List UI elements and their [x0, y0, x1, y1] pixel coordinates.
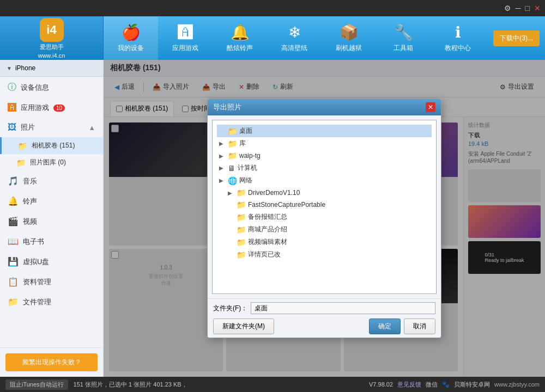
tree-label-network: 网络	[239, 176, 252, 185]
status-right: V7.98.02 意见反馈 微信 🐾 贝斯特安卓网 www.zjbstyy.co…	[369, 381, 540, 389]
tree-label-desktop: 桌面	[239, 126, 252, 136]
sidebar-item-label-device-info: 设备信息	[21, 83, 49, 93]
itunes-btn[interactable]: 阻止iTunes自动运行	[5, 379, 68, 390]
video-icon: 🎬	[8, 216, 19, 226]
status-bar: 阻止iTunes自动运行 151 张照片，已选中 1 张照片 401.23 KB…	[0, 377, 545, 392]
tree-item-video-edit[interactable]: 📁 视频编辑素材	[217, 236, 432, 248]
tree-computer-icon: 🖥	[228, 164, 235, 173]
sidebar-item-music[interactable]: 🎵 音乐	[0, 171, 103, 191]
tree-item-desktop[interactable]: 📁 桌面	[217, 125, 432, 137]
brand-url: www.zjbstyy.com	[494, 381, 540, 388]
sidebar-item-photos[interactable]: 🖼 照片 ▲	[0, 118, 103, 137]
nav-item-tools[interactable]: 🔧 工具箱	[376, 16, 431, 60]
brand-label: 贝斯特安卓网	[454, 381, 490, 389]
tree-arrow-driverdemo: ▶	[228, 190, 234, 196]
sidebar-item-label-photos: 照片	[21, 122, 35, 132]
sidebar-item-video[interactable]: 🎬 视频	[0, 211, 103, 231]
feedback-link[interactable]: 意见反馈	[397, 381, 421, 389]
sidebar-item-apps[interactable]: 🅰 应用游戏 10	[0, 98, 103, 118]
logo-icon: i4	[40, 18, 64, 42]
nav-label-ringtones: 酷炫铃声	[227, 44, 253, 53]
sidebar-sub-camera-roll[interactable]: 📁 相机胶卷 (151)	[0, 137, 103, 154]
nav-item-ringtones[interactable]: 🔔 酷炫铃声	[213, 16, 267, 60]
music-icon: 🎵	[8, 176, 19, 186]
sidebar-device[interactable]: ▼ iPhone	[0, 60, 103, 77]
sidebar-item-device-info[interactable]: ⓘ 设备信息	[0, 77, 103, 98]
dialog-overlay: 导出照片 ✕ 📁 桌面 ▶ 📁 库 ▶	[104, 60, 545, 377]
apps-badge: 10	[53, 105, 65, 112]
sidebar-item-label-file-mgr: 文件管理	[23, 297, 51, 307]
new-folder-button[interactable]: 新建文件夹(M)	[213, 318, 274, 334]
sidebar: ▼ iPhone ⓘ 设备信息 🅰 应用游戏 10 🖼 照片 ▲ 📁 相机胶卷 …	[0, 60, 104, 377]
tree-arrow-network: ▶	[219, 177, 226, 183]
tree-folder-icon-faststone: 📁	[237, 200, 246, 209]
tree-item-faststone[interactable]: 📁 FastStoneCapturePortable	[217, 199, 432, 211]
nav-item-my-device[interactable]: 🍎 我的设备	[104, 16, 158, 60]
status-left: 阻止iTunes自动运行	[5, 379, 68, 390]
tree-item-detail[interactable]: 📁 详情页已改	[217, 248, 432, 261]
dialog-footer: 文件夹(F)： 新建文件夹(M) 确定 取消	[208, 298, 441, 338]
close-icon[interactable]: ✕	[534, 4, 541, 13]
download-button[interactable]: 下载中(3)...	[493, 30, 540, 46]
sidebar-item-label-ebook: 电子书	[23, 237, 44, 247]
dialog-title-bar: 导出照片 ✕	[208, 99, 441, 115]
device-info-icon: ⓘ	[8, 82, 16, 93]
sidebar-sub-photo-library[interactable]: 📁 照片图库 (0)	[0, 154, 103, 171]
tree-label-driverdemo: DriverDemoV1.10	[248, 189, 300, 197]
folder-input[interactable]	[251, 302, 435, 314]
udisk-icon: 💾	[8, 256, 19, 267]
tree-item-backup[interactable]: 📁 备份报错汇总	[217, 211, 432, 223]
sidebar-item-udisk[interactable]: 💾 虚拟U盘	[0, 252, 103, 272]
confirm-button[interactable]: 确定	[369, 318, 401, 334]
dialog-actions: 新建文件夹(M) 确定 取消	[213, 318, 435, 334]
ringtones-icon: 🔔	[8, 196, 19, 206]
logo-subtitle: www.i4.cn	[38, 52, 65, 59]
photo-library-folder-icon: 📁	[16, 158, 26, 167]
nav-icon-device: 🍎	[122, 23, 141, 41]
dialog-tree[interactable]: 📁 桌面 ▶ 📁 库 ▶ 📁 waip-tg ▶	[212, 120, 437, 294]
sidebar-item-label-music: 音乐	[23, 176, 37, 186]
export-dialog: 导出照片 ✕ 📁 桌面 ▶ 📁 库 ▶	[207, 99, 441, 338]
settings-icon[interactable]: ⚙	[504, 4, 511, 13]
photos-collapse-icon: ▲	[88, 124, 95, 132]
sidebar-sub-label-photo-library: 照片图库 (0)	[30, 158, 66, 167]
nav-label-device: 我的设备	[118, 44, 144, 53]
nav-label-wallpaper: 高清壁纸	[281, 44, 307, 53]
logo-area: i4 爱思助手 www.i4.cn	[0, 16, 104, 60]
maximize-icon[interactable]: □	[525, 4, 530, 13]
tree-item-driverdemo[interactable]: ▶ 📁 DriverDemoV1.10	[217, 187, 432, 199]
cancel-button[interactable]: 取消	[404, 318, 435, 334]
nav-item-jailbreak[interactable]: 📦 刷机越狱	[322, 16, 376, 60]
tree-arrow-waiptg: ▶	[219, 153, 226, 159]
nav-item-wallpaper[interactable]: ❄ 高清壁纸	[267, 16, 322, 60]
tree-label-mall: 商城产品介绍	[248, 225, 287, 234]
nav-item-apps[interactable]: 🅰 应用游戏	[158, 16, 213, 60]
tree-label-waiptg: waip-tg	[239, 152, 261, 160]
tree-arrow-library: ▶	[219, 140, 226, 146]
tree-folder-icon-mall: 📁	[237, 225, 246, 234]
sidebar-item-label-apps: 应用游戏	[21, 103, 49, 113]
sidebar-item-label-video: 视频	[23, 217, 37, 226]
sidebar-item-label-data-mgr: 资料管理	[23, 277, 51, 287]
tree-item-network[interactable]: ▶ 🌐 网络	[217, 174, 432, 187]
sidebar-item-ringtones[interactable]: 🔔 铃声	[0, 191, 103, 211]
weibo-link[interactable]: 微信	[426, 381, 438, 389]
tree-item-library[interactable]: ▶ 📁 库	[217, 137, 432, 150]
tree-item-waiptg[interactable]: ▶ 📁 waip-tg	[217, 150, 432, 162]
title-bar: ⚙ ─ □ ✕	[0, 0, 545, 16]
sidebar-item-label-ringtones: 铃声	[23, 197, 37, 206]
nav-icon-ringtones: 🔔	[231, 23, 250, 41]
tree-item-computer[interactable]: ▶ 🖥 计算机	[217, 162, 432, 174]
nav-item-tutorial[interactable]: ℹ 教程中心	[431, 16, 485, 60]
nav-icon-jailbreak: 📦	[340, 23, 359, 41]
sidebar-item-ebook[interactable]: 📖 电子书	[0, 231, 103, 252]
sidebar-item-label-udisk: 虚拟U盘	[23, 257, 49, 267]
problem-button[interactable]: 频繁出现操作失败？	[5, 353, 98, 371]
nav-icon-tutorial: ℹ	[455, 23, 461, 41]
nav-icon-tools: 🔧	[394, 23, 413, 41]
minimize-icon[interactable]: ─	[516, 4, 521, 13]
dialog-close-button[interactable]: ✕	[426, 102, 435, 112]
sidebar-item-data-mgr[interactable]: 📋 资料管理	[0, 272, 103, 292]
sidebar-item-file-mgr[interactable]: 📁 文件管理	[0, 292, 103, 312]
tree-item-mall[interactable]: 📁 商城产品介绍	[217, 223, 432, 236]
